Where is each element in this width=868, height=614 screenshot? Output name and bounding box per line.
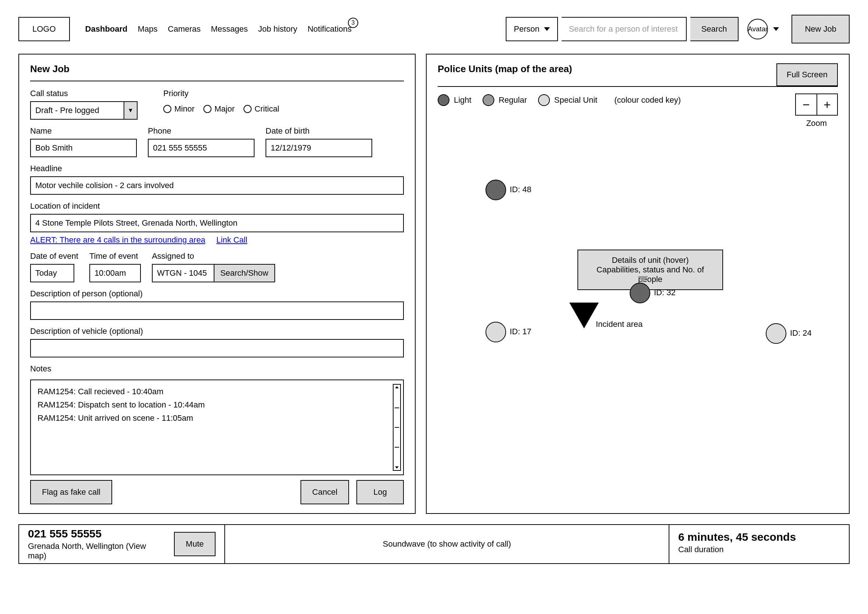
link-call-link[interactable]: Link Call: [216, 235, 247, 245]
new-job-panel: New Job Call status Draft - Pre logged ▼…: [19, 54, 415, 514]
scrollbar[interactable]: [393, 384, 401, 471]
search-type-label: Person: [514, 24, 539, 34]
soundwave-area: Soundwave (to show activity of call): [225, 525, 669, 563]
map-area[interactable]: ID: 48 Details of unit (hover) Capabilit…: [438, 110, 838, 478]
location-input[interactable]: [30, 214, 404, 232]
radio-icon: [163, 105, 171, 113]
map-panel: Police Units (map of the area) Full Scre…: [426, 54, 849, 514]
footer-duration: 6 minutes, 45 seconds Call duration: [669, 525, 849, 563]
nav-dashboard[interactable]: Dashboard: [85, 24, 128, 34]
legend-regular: Regular: [482, 94, 527, 106]
priority-critical-radio[interactable]: Critical: [243, 104, 279, 114]
avatar[interactable]: Avatar: [747, 19, 768, 39]
cancel-button[interactable]: Cancel: [301, 480, 349, 504]
assigned-search-button[interactable]: Search/Show: [214, 264, 275, 282]
time-event-label: Time of event: [89, 252, 141, 261]
unit-marker-32[interactable]: [630, 283, 650, 303]
notes-line: RAM1254: Call recieved - 10:40am: [37, 387, 397, 396]
legend-regular-label: Regular: [499, 95, 527, 105]
fullscreen-button[interactable]: Full Screen: [777, 63, 838, 86]
tooltip-pointer-icon: [638, 276, 648, 283]
footer-phone: 021 555 55555: [28, 527, 165, 540]
nav-notifications[interactable]: Notifications 3: [307, 24, 352, 34]
headline-input[interactable]: [30, 176, 404, 195]
phone-input[interactable]: [148, 139, 254, 157]
logo: LOGO: [19, 17, 70, 41]
radio-icon: [203, 105, 211, 113]
search-input[interactable]: [562, 17, 687, 41]
legend-circle-icon: [538, 94, 550, 106]
priority-minor-radio[interactable]: Minor: [163, 104, 195, 114]
incident-marker-icon[interactable]: [569, 303, 599, 328]
panel-title: New Job: [30, 63, 404, 75]
priority-minor-label: Minor: [174, 104, 195, 114]
unit-label-24: ID: 24: [790, 328, 812, 338]
header-bar: LOGO Dashboard Maps Cameras Messages Job…: [19, 15, 849, 44]
date-event-input[interactable]: [30, 264, 74, 282]
legend-circle-icon: [482, 94, 494, 106]
call-footer: 021 555 55555 Grenada North, Wellington …: [19, 524, 849, 564]
radio-icon: [243, 105, 251, 113]
time-event-input[interactable]: [89, 264, 141, 282]
name-label: Name: [30, 126, 137, 136]
divider: [438, 86, 838, 87]
unit-marker-17[interactable]: [485, 322, 506, 342]
divider: [30, 81, 404, 81]
assigned-label: Assigned to: [152, 252, 275, 261]
new-job-button[interactable]: New Job: [792, 15, 849, 44]
headline-label: Headline: [30, 164, 404, 173]
assigned-input[interactable]: [152, 264, 214, 282]
phone-label: Phone: [148, 126, 254, 136]
dob-input[interactable]: [265, 139, 372, 157]
search-type-select[interactable]: Person: [506, 17, 558, 41]
unit-label-17: ID: 17: [510, 327, 532, 336]
chevron-down-icon: [544, 27, 550, 31]
unit-marker-24[interactable]: [766, 323, 786, 344]
priority-major-label: Major: [214, 104, 235, 114]
incident-label: Incident area: [596, 320, 643, 329]
scroll-up-icon: [395, 386, 399, 389]
nav-job-history[interactable]: Job history: [258, 24, 297, 34]
location-label: Location of incident: [30, 201, 404, 211]
unit-tooltip: Details of unit (hover) Capabilities, st…: [577, 250, 723, 290]
call-status-label: Call status: [30, 89, 138, 98]
mute-button[interactable]: Mute: [174, 532, 215, 556]
map-title: Police Units (map of the area): [438, 63, 572, 75]
search-button[interactable]: Search: [690, 17, 739, 41]
notes-label: Notes: [30, 364, 404, 374]
name-input[interactable]: [30, 139, 137, 157]
select-arrow-icon: ▼: [124, 101, 138, 120]
call-status-value: Draft - Pre logged: [30, 101, 124, 120]
scroll-tick-icon: [395, 447, 399, 448]
footer-location[interactable]: Grenada North, Wellington (View map): [28, 541, 165, 561]
notes-line: RAM1254: Unit arrived on scene - 11:05am: [37, 413, 397, 423]
desc-vehicle-label: Description of vehicle (optional): [30, 326, 404, 336]
unit-label-32: ID: 32: [654, 288, 676, 297]
main-nav: Dashboard Maps Cameras Messages Job hist…: [85, 24, 352, 34]
flag-fake-call-button[interactable]: Flag as fake call: [30, 480, 112, 504]
desc-vehicle-input[interactable]: [30, 339, 404, 358]
unit-marker-48[interactable]: [485, 180, 506, 200]
nav-messages[interactable]: Messages: [211, 24, 248, 34]
alert-link[interactable]: ALERT: There are 4 calls in the surround…: [30, 235, 205, 245]
header-right: Person Search Avatar New Job: [506, 15, 849, 44]
nav-cameras[interactable]: Cameras: [168, 24, 200, 34]
legend-light: Light: [438, 94, 471, 106]
tooltip-line1: Details of unit (hover): [586, 255, 715, 265]
notifications-badge: 3: [348, 18, 358, 28]
dob-label: Date of birth: [265, 126, 372, 136]
legend-special-label: Special Unit: [554, 95, 597, 105]
avatar-dropdown-icon[interactable]: [773, 27, 779, 31]
priority-major-radio[interactable]: Major: [203, 104, 235, 114]
date-event-label: Date of event: [30, 252, 78, 261]
duration-label: Call duration: [678, 545, 840, 554]
notes-line: RAM1254: Dispatch sent to location - 10:…: [37, 400, 397, 410]
notes-textarea[interactable]: RAM1254: Call recieved - 10:40am RAM1254…: [30, 379, 404, 475]
log-button[interactable]: Log: [356, 480, 404, 504]
call-status-select[interactable]: Draft - Pre logged ▼: [30, 101, 138, 120]
scroll-tick-icon: [395, 407, 399, 408]
form-actions: Flag as fake call Cancel Log: [30, 480, 404, 504]
legend-special: Special Unit: [538, 94, 597, 106]
nav-maps[interactable]: Maps: [138, 24, 158, 34]
desc-person-input[interactable]: [30, 302, 404, 320]
